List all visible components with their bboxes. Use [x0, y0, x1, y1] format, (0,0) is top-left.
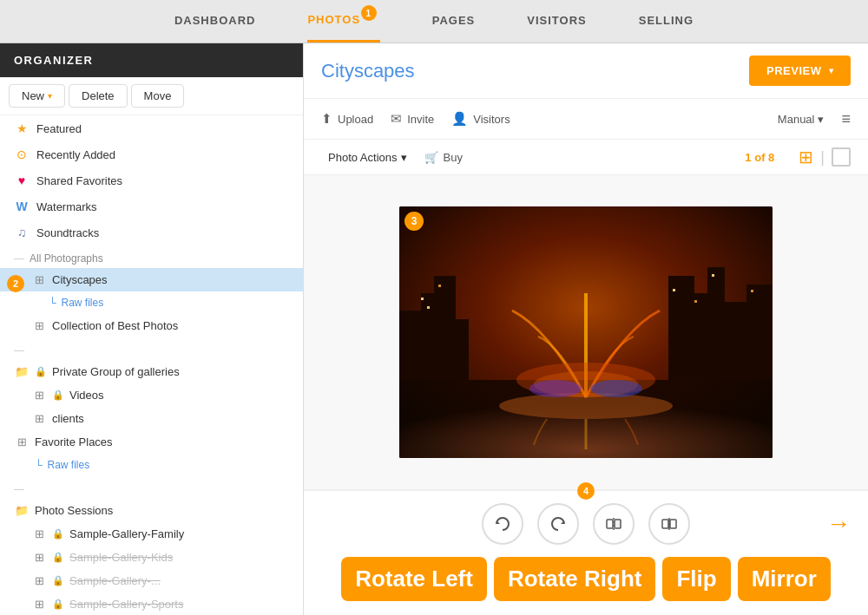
nav-photos[interactable]: PHOTOS 1 — [307, 0, 379, 43]
sidebar-item-private-group[interactable]: 📁 🔒 Private Group of galleries — [0, 360, 303, 383]
sidebar-item-favorite-places-raw[interactable]: └ Raw files — [0, 454, 303, 476]
single-view-icon[interactable] — [832, 147, 851, 167]
svg-point-22 — [590, 380, 642, 397]
photo-count: 1 of 8 — [745, 151, 774, 164]
preview-button[interactable]: PREVIEW ▾ — [749, 56, 851, 86]
kids-lock-icon: 🔒 — [52, 552, 64, 563]
clients-gallery-icon: ⊞ — [31, 412, 47, 425]
preview-arrow-icon: ▾ — [829, 66, 834, 75]
bottom-section: 4 → — [304, 489, 868, 615]
action-bar: ⬆ Upload ✉ Invite 👤 Visitors Manual ▾ ≡ — [304, 99, 868, 140]
flip-button[interactable] — [593, 503, 635, 545]
main-layout: ORGANIZER New ▾ Delete Move ★ Featured ⊙… — [0, 43, 868, 615]
sidebar-item-shared-favorites[interactable]: ♥ Shared Favorites — [0, 167, 303, 193]
photo-actions-button[interactable]: Photo Actions ▾ — [321, 147, 414, 167]
sidebar-item-videos[interactable]: ⊞ 🔒 Videos — [0, 383, 303, 407]
svg-rect-10 — [746, 285, 773, 380]
photo-sessions-section — [0, 476, 303, 499]
photo-image — [399, 206, 773, 458]
family-gallery-icon: ⊞ — [31, 527, 47, 540]
next-arrow-button[interactable]: → — [826, 510, 851, 538]
sample2-lock-icon: 🔒 — [52, 575, 64, 586]
svg-rect-13 — [438, 285, 441, 287]
sidebar-item-sample-sports[interactable]: ⊞ 🔒 Sample-Gallery-Sports — [0, 592, 303, 615]
gallery-title: Cityscapes — [321, 60, 415, 82]
sidebar-item-favorite-places[interactable]: ⊞ Favorite Places — [0, 430, 303, 454]
delete-button[interactable]: Delete — [69, 84, 128, 108]
sidebar-item-cityscapes[interactable]: ⊞ Cityscapes — [0, 268, 303, 291]
nav-dashboard[interactable]: DASHBOARD — [174, 2, 256, 42]
actions-badge-4: 4 — [577, 482, 595, 500]
sidebar-item-featured[interactable]: ★ Featured — [0, 115, 303, 141]
buy-button[interactable]: 🛒 Buy — [424, 151, 463, 164]
sidebar-item-photo-sessions[interactable]: 📁 Photo Sessions — [0, 499, 303, 522]
sidebar-header: ORGANIZER — [0, 43, 303, 77]
sports-gallery-icon: ⊞ — [31, 598, 47, 611]
upload-icon: ⬆ — [321, 111, 332, 127]
sidebar-item-sample-2[interactable]: ⊞ 🔒 Sample-Gallery-... — [0, 569, 303, 592]
nav-pages[interactable]: PAGES — [432, 2, 476, 42]
sidebar-badge-2: 2 — [7, 275, 24, 292]
rotate-right-button[interactable] — [537, 503, 579, 545]
svg-rect-29 — [670, 520, 676, 528]
sidebar-item-sample-family[interactable]: ⊞ 🔒 Sample-Gallery-Family — [0, 522, 303, 546]
lock-icon: 🔒 — [35, 366, 47, 377]
content-header: Cityscapes PREVIEW ▾ — [304, 43, 868, 99]
nav-photos-badge: 1 — [361, 5, 377, 21]
videos-gallery-icon: ⊞ — [31, 389, 47, 402]
mirror-button[interactable] — [648, 503, 690, 545]
manual-arrow-icon: ▾ — [818, 113, 824, 126]
move-button[interactable]: Move — [131, 84, 185, 108]
flip-tooltip: Flip — [662, 557, 730, 601]
sidebar-item-recently-added[interactable]: ⊙ Recently Added — [0, 141, 303, 167]
sidebar-item-cityscapes-raw[interactable]: └ Raw files — [0, 291, 303, 314]
sort-icon-button[interactable]: ≡ — [841, 110, 851, 128]
main-content: Cityscapes PREVIEW ▾ ⬆ Upload ✉ Invite 👤… — [304, 43, 868, 615]
photo-actions-arrow-icon: ▾ — [401, 151, 407, 164]
svg-rect-25 — [607, 520, 613, 528]
invite-button[interactable]: ✉ Invite — [391, 108, 434, 130]
tooltip-area: Rotate Left Rotate Right Flip Mirror — [304, 557, 868, 615]
nav-selling[interactable]: SELLING — [639, 2, 694, 42]
new-button[interactable]: New ▾ — [9, 84, 65, 108]
rotate-left-tooltip: Rotate Left — [341, 557, 487, 601]
rotate-left-button[interactable] — [482, 503, 523, 545]
watermark-icon: W — [14, 200, 30, 213]
photo-toolbar: Photo Actions ▾ 🛒 Buy 1 of 8 ⊞ | — [304, 140, 868, 175]
private-group-section — [0, 337, 303, 360]
family-lock-icon: 🔒 — [52, 528, 64, 540]
upload-button[interactable]: ⬆ Upload — [321, 108, 373, 130]
svg-rect-17 — [751, 290, 753, 292]
new-arrow-icon: ▾ — [48, 91, 52, 101]
sidebar-item-collection[interactable]: ⊞ Collection of Best Photos — [0, 314, 303, 337]
svg-rect-12 — [427, 306, 430, 309]
sessions-folder-icon: 📁 — [14, 504, 30, 517]
rotate-right-tooltip: Rotate Right — [494, 557, 656, 601]
nav-visitors[interactable]: VISITORS — [527, 2, 586, 42]
sidebar-item-watermarks[interactable]: W Watermarks — [0, 193, 303, 219]
view-toggle: ⊞ | — [799, 147, 851, 167]
kids-gallery-icon: ⊞ — [31, 551, 47, 564]
view-divider: | — [820, 148, 825, 167]
svg-rect-15 — [694, 300, 697, 303]
sports-lock-icon: 🔒 — [52, 599, 64, 610]
collection-gallery-icon: ⊞ — [31, 319, 47, 332]
visitor-icon: 👤 — [451, 111, 468, 127]
cart-icon: 🛒 — [424, 151, 438, 164]
grid-view-icon[interactable]: ⊞ — [799, 147, 813, 167]
manual-sort[interactable]: Manual ▾ — [778, 113, 825, 126]
sidebar-item-clients[interactable]: ⊞ clients — [0, 407, 303, 430]
sidebar-item-sample-kids[interactable]: ⊞ 🔒 Sample-Gallery-Kids — [0, 546, 303, 569]
gallery-icon: ⊞ — [31, 273, 47, 286]
svg-rect-9 — [720, 302, 751, 380]
photo-area: 3 — [304, 175, 868, 489]
svg-point-21 — [529, 380, 582, 397]
visitors-button[interactable]: 👤 Visitors — [451, 108, 510, 130]
videos-lock-icon: 🔒 — [52, 389, 64, 401]
sidebar-item-soundtracks[interactable]: ♫ Soundtracks — [0, 219, 303, 245]
svg-rect-14 — [673, 289, 675, 291]
invite-icon: ✉ — [391, 111, 402, 127]
svg-rect-26 — [615, 520, 621, 528]
photo-container: 3 — [399, 206, 773, 458]
svg-rect-16 — [712, 274, 714, 277]
